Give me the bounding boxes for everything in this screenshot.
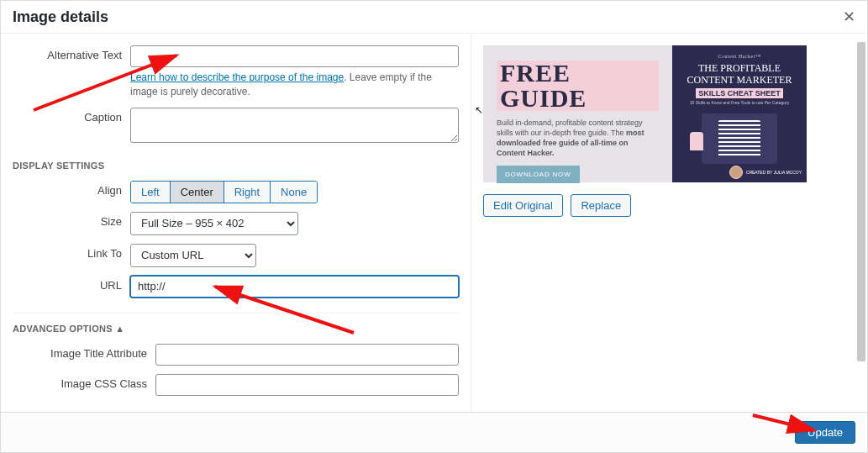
preview-panel: ↖ FREE GUIDE Build in-demand, profitable… xyxy=(471,34,867,412)
close-button[interactable]: ✕ xyxy=(843,8,855,26)
align-label: Align xyxy=(13,181,130,197)
alt-text-label: Alternative Text xyxy=(13,45,130,61)
cursor-icon: ↖ xyxy=(475,104,483,116)
image-css-input[interactable] xyxy=(155,374,459,396)
advanced-options-header[interactable]: ADVANCED OPTIONS ▲ xyxy=(13,313,459,334)
align-center-button[interactable]: Center xyxy=(171,182,224,203)
display-settings-header: DISPLAY SETTINGS xyxy=(13,161,459,171)
url-label: URL xyxy=(13,276,130,292)
dialog-title: Image details xyxy=(13,8,108,26)
align-right-button[interactable]: Right xyxy=(224,182,271,203)
caption-label: Caption xyxy=(13,108,130,124)
update-button[interactable]: Update xyxy=(795,421,855,444)
preview-book-bar: SKILLS CHEAT SHEET xyxy=(696,88,782,98)
preview-brandmark: Content Hacker™ xyxy=(718,54,760,59)
settings-panel: Alternative Text Learn how to describe t… xyxy=(1,34,471,412)
image-preview: ↖ FREE GUIDE Build in-demand, profitable… xyxy=(483,45,807,182)
alt-help-link[interactable]: Learn how to describe the purpose of the… xyxy=(130,71,344,83)
preview-illustration xyxy=(702,113,777,164)
size-select[interactable]: Full Size – 955 × 402 xyxy=(130,212,298,235)
align-group: Left Center Right None xyxy=(130,181,318,203)
caption-input[interactable] xyxy=(130,108,459,143)
size-label: Size xyxy=(13,212,130,228)
image-title-label: Image Title Attribute xyxy=(13,344,155,360)
url-input[interactable] xyxy=(130,276,459,298)
image-title-input[interactable] xyxy=(155,344,459,366)
alt-text-input[interactable] xyxy=(130,45,459,67)
replace-button[interactable]: Replace xyxy=(571,194,631,217)
align-none-button[interactable]: None xyxy=(271,182,317,203)
link-to-select[interactable]: Custom URL xyxy=(130,244,256,267)
preview-avatar xyxy=(729,166,743,179)
preview-cta: DOWNLOAD NOW xyxy=(497,166,580,183)
preview-headline: FREE GUIDE xyxy=(497,61,659,111)
caret-up-icon: ▲ xyxy=(115,324,124,334)
preview-book-tiny: 10 Skills to Know and Free Tools to use … xyxy=(690,100,789,105)
preview-subcopy: Build in-demand, profitable content stra… xyxy=(497,118,648,159)
edit-original-button[interactable]: Edit Original xyxy=(483,194,563,217)
align-left-button[interactable]: Left xyxy=(131,182,171,203)
preview-avatar-text: CREATED BY JULIA MCCOY xyxy=(746,171,802,175)
alt-text-help: Learn how to describe the purpose of the… xyxy=(130,71,459,99)
image-css-label: Image CSS Class xyxy=(13,374,155,390)
link-to-label: Link To xyxy=(13,244,130,260)
right-scrollbar[interactable] xyxy=(857,42,865,361)
preview-book-title: THE PROFITABLE CONTENT MARKETER xyxy=(687,62,792,87)
